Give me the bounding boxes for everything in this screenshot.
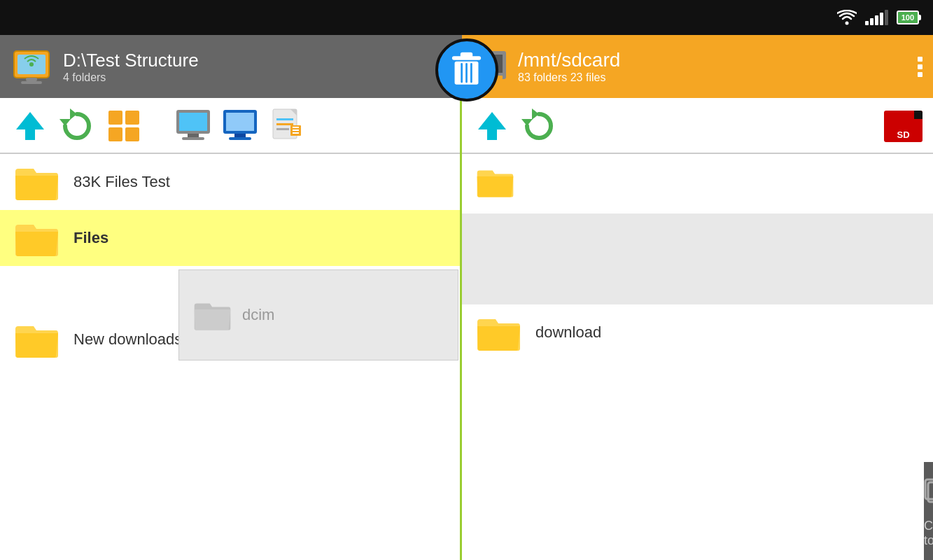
right-up-arrow-icon	[475, 108, 510, 144]
svg-rect-28	[182, 137, 204, 140]
router-icon	[10, 48, 52, 86]
svg-rect-5	[21, 81, 42, 84]
right-panel-title: /mnt/sdcard	[518, 49, 620, 71]
context-folder-icon	[193, 298, 232, 332]
svg-rect-35	[276, 118, 293, 120]
file-item-name: Files	[73, 229, 108, 247]
file-area: 83K Files Test Files dcim	[0, 154, 933, 560]
svg-rect-37	[276, 128, 289, 130]
folder-icon	[14, 321, 59, 359]
left-up-button[interactable]	[10, 107, 49, 146]
left-pane: 83K Files Test Files dcim	[0, 154, 462, 560]
computer-icon-button[interactable]	[174, 107, 212, 146]
right-gray-area	[462, 214, 933, 304]
list-item[interactable]: Files dcim	[0, 210, 460, 266]
left-panel-title: D:\Test Structure	[63, 50, 199, 71]
svg-rect-18	[25, 130, 35, 140]
right-panel-header: /mnt/sdcard 83 folders 23 files	[462, 35, 933, 98]
right-refresh-icon	[521, 108, 556, 144]
left-panel-subtitle: 4 folders	[63, 71, 199, 84]
right-top-item[interactable]	[462, 154, 933, 210]
copy-icon	[924, 478, 933, 510]
context-popup: dcim	[178, 270, 458, 360]
action-bar: Copy to	[924, 462, 933, 560]
menu-dot-2	[918, 64, 923, 69]
right-refresh-button[interactable]	[519, 107, 558, 146]
left-refresh-button[interactable]	[57, 107, 96, 146]
file-item-name: 83K Files Test	[73, 173, 170, 191]
up-arrow-icon	[13, 108, 48, 144]
sd-label: SD	[897, 130, 909, 140]
svg-rect-21	[108, 111, 122, 125]
svg-rect-36	[276, 123, 293, 125]
right-up-button[interactable]	[472, 107, 511, 146]
toolbar-row: SD	[0, 98, 933, 154]
left-toolbar	[0, 98, 462, 154]
svg-marker-17	[16, 112, 44, 130]
grid-icon	[106, 108, 141, 144]
monitor-icon	[222, 108, 258, 144]
copy-to-icon	[924, 475, 933, 513]
svg-rect-23	[108, 127, 122, 141]
status-bar: 100	[0, 0, 933, 35]
svg-marker-19	[59, 119, 71, 126]
context-popup-text: dcim	[242, 306, 274, 324]
main-area: D:\Test Structure 4 folders	[0, 35, 933, 560]
header-row: D:\Test Structure 4 folders	[0, 35, 933, 98]
signal-bars-icon	[865, 10, 888, 25]
svg-rect-4	[26, 78, 37, 81]
document-icon-button[interactable]	[267, 107, 306, 146]
computer-icon	[175, 108, 211, 144]
svg-rect-30	[226, 113, 254, 131]
left-grid-button[interactable]	[104, 107, 143, 146]
svg-marker-20	[70, 108, 77, 120]
sd-card-button[interactable]: SD	[884, 111, 923, 142]
left-panel-header: D:\Test Structure 4 folders	[0, 35, 462, 98]
svg-point-3	[29, 62, 34, 66]
folder-icon	[14, 219, 59, 258]
trash-icon	[447, 51, 486, 90]
menu-dot-3	[918, 72, 923, 77]
right-header-menu-button[interactable]	[918, 57, 923, 77]
svg-marker-44	[521, 119, 533, 126]
svg-rect-31	[234, 134, 246, 137]
menu-dot-1	[918, 57, 923, 62]
copy-to-button[interactable]: Copy to	[924, 475, 933, 548]
svg-rect-7	[461, 52, 472, 57]
list-item[interactable]: 83K Files Test	[0, 154, 460, 210]
right-folder-icon	[476, 165, 514, 199]
wifi-icon	[837, 10, 857, 25]
right-toolbar: SD	[462, 98, 933, 154]
right-panel-subtitle: 83 folders 23 files	[518, 71, 620, 84]
right-pane: download Copy to	[462, 154, 933, 560]
folder-icon	[476, 314, 521, 352]
list-item[interactable]: download	[462, 304, 933, 360]
refresh-icon	[59, 108, 94, 144]
left-header-text: D:\Test Structure 4 folders	[63, 50, 199, 84]
svg-rect-24	[125, 127, 139, 141]
svg-rect-43	[487, 130, 497, 140]
svg-rect-22	[125, 111, 139, 125]
trash-button[interactable]	[435, 38, 498, 102]
document-icon	[269, 108, 304, 144]
svg-rect-27	[188, 134, 199, 137]
file-item-name: New downloads	[73, 330, 182, 349]
file-item-name: download	[535, 323, 601, 342]
svg-point-0	[845, 22, 848, 25]
svg-marker-45	[532, 108, 539, 120]
monitor-icon-button[interactable]	[220, 107, 259, 146]
svg-rect-32	[229, 137, 251, 140]
svg-marker-42	[478, 112, 506, 130]
svg-rect-26	[179, 113, 207, 131]
battery-icon: 100	[897, 10, 919, 24]
folder-icon	[14, 163, 59, 202]
right-header-text: /mnt/sdcard 83 folders 23 files	[518, 49, 620, 84]
copy-to-label: Copy to	[924, 519, 933, 548]
